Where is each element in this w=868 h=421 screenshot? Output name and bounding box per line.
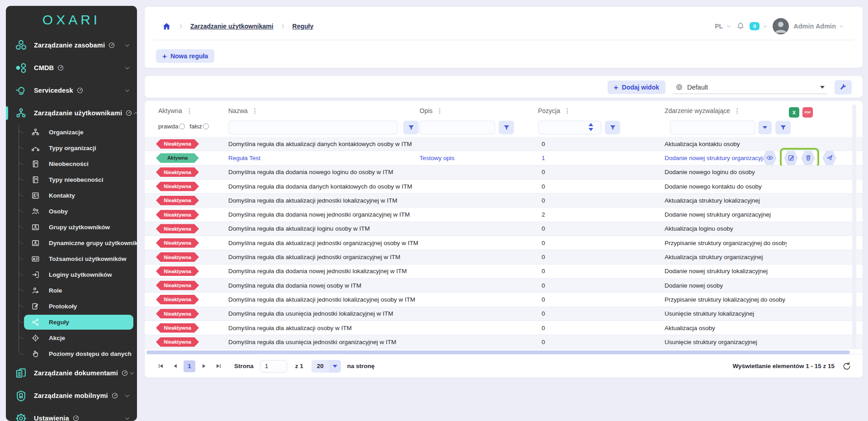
sidebar-item-cmdb[interactable]: CMDB: [6, 57, 137, 79]
table-row[interactable]: NieaktywnaDomyślna reguła dla dodania no…: [145, 279, 863, 293]
name-filter-button[interactable]: [403, 121, 419, 134]
sidebar-item-osoby[interactable]: Osoby: [6, 203, 137, 219]
name-cell[interactable]: Reguła Test: [228, 155, 420, 161]
column-menu-icon[interactable]: ⋮: [734, 107, 741, 114]
first-page-button[interactable]: [155, 360, 166, 372]
status-cell: Nieaktywna: [145, 337, 228, 347]
column-header-nazwa[interactable]: Nazwa⋮: [228, 107, 420, 114]
sidebar-item-organizacje[interactable]: Organizacje: [6, 124, 137, 140]
sidebar-item-kontakty[interactable]: Kontakty: [6, 188, 137, 203]
table-row[interactable]: NieaktywnaDomyślna reguła dla aktualizac…: [145, 222, 863, 236]
name-filter-input[interactable]: [228, 121, 398, 134]
notification-badge[interactable]: 0: [750, 22, 760, 30]
view-button[interactable]: [763, 151, 777, 165]
table-row[interactable]: NieaktywnaDomyślna reguła dla usunięcia …: [145, 307, 863, 321]
new-rule-button[interactable]: + Nowa reguła: [156, 49, 214, 63]
column-header-zdarzenie[interactable]: Zdarzenie wyzwalające⋮: [665, 107, 787, 114]
chevron-down-icon[interactable]: [124, 87, 131, 94]
table-row[interactable]: NieaktywnaDomyślna reguła dla dodania no…: [145, 208, 863, 222]
sidebar-item-nieobecności[interactable]: Nieobecności: [6, 156, 137, 172]
table-row[interactable]: NieaktywnaDomyślna reguła dla aktualizac…: [145, 293, 863, 307]
chevron-down-icon[interactable]: [124, 65, 131, 71]
chevron-down-icon[interactable]: [124, 42, 131, 49]
column-menu-icon[interactable]: ⋮: [437, 107, 443, 114]
sidebar-item-servicedesk[interactable]: Servicedesk: [6, 79, 137, 102]
chevron-down-icon[interactable]: [839, 24, 844, 29]
edit-button[interactable]: [784, 151, 798, 165]
previous-page-button[interactable]: [169, 360, 181, 372]
sidebar-item-typy-nieobecności[interactable]: Typy nieobecności: [6, 172, 137, 188]
bell-icon[interactable]: [736, 22, 745, 31]
table-row[interactable]: NieaktywnaDomyślna reguła dla dodania da…: [145, 180, 863, 194]
sidebar-item-tożsamości-użytkowników[interactable]: Tożsamości użytkowników: [6, 251, 137, 267]
per-page-select[interactable]: 20: [311, 360, 341, 373]
export-excel-icon[interactable]: X: [789, 107, 799, 118]
last-page-button[interactable]: [212, 360, 224, 372]
table-row[interactable]: NieaktywnaDomyślna reguła dla aktualizac…: [145, 236, 863, 250]
chevron-down-icon[interactable]: [820, 86, 825, 89]
breadcrumb-link-users[interactable]: Zarządzanie użytkownikami: [190, 23, 274, 30]
settings-wrench-button[interactable]: [835, 80, 852, 95]
sidebar-item-typy-organizacji[interactable]: Typy organizacji: [6, 140, 137, 156]
position-stepper[interactable]: [589, 123, 593, 131]
event-filter-input[interactable]: [670, 121, 755, 134]
chevron-down-icon[interactable]: [124, 415, 131, 421]
column-header-pozycja[interactable]: Pozycja⋮: [538, 107, 665, 114]
event-filter-dropdown[interactable]: [758, 121, 772, 134]
table-row[interactable]: NieaktywnaDomyślna reguła dla dodania no…: [145, 265, 863, 279]
desc-filter-button[interactable]: [499, 121, 514, 134]
column-header-aktywna[interactable]: Aktywna⋮: [145, 107, 228, 114]
table-row[interactable]: NieaktywnaDomyślna reguła dla aktualizac…: [145, 137, 863, 151]
vertical-scrollbar[interactable]: [852, 104, 856, 349]
table-row[interactable]: AktywnaReguła TestTestowy opis1Dodanie n…: [145, 151, 863, 165]
sidebar-item-ustawienia[interactable]: Ustawienia: [6, 407, 137, 421]
page-number-button[interactable]: 1: [184, 360, 195, 372]
position-filter-button[interactable]: [605, 121, 620, 134]
radio-false[interactable]: [203, 123, 209, 129]
table-row[interactable]: NieaktywnaDomyślna reguła dla aktualizac…: [145, 250, 863, 264]
language-selector[interactable]: PL: [715, 23, 723, 30]
sidebar-item-zarządzanie-zasobami[interactable]: Zarządzanie zasobami: [6, 34, 137, 57]
sidebar-item-dynamiczne-grupy-użytkowników[interactable]: Dynamiczne grupy użytkowników: [6, 235, 137, 251]
send-button[interactable]: [822, 151, 836, 165]
description-cell[interactable]: Testowy opis: [420, 155, 538, 161]
column-menu-icon[interactable]: ⋮: [186, 107, 193, 114]
user-name[interactable]: Admin Admin: [793, 23, 836, 30]
sidebar-item-zarządzanie-mobilnymi[interactable]: Zarządzanie mobilnymi: [6, 384, 137, 407]
view-selector[interactable]: Default: [674, 80, 827, 94]
table-row[interactable]: NieaktywnaDomyślna reguła dla aktualizac…: [145, 194, 863, 208]
sidebar-item-zarządzanie-dokumentami[interactable]: Zarządzanie dokumentami: [6, 362, 137, 384]
breadcrumb-link-rules[interactable]: Reguły: [292, 23, 314, 30]
table-row[interactable]: NieaktywnaDomyślna reguła dla aktualizac…: [145, 321, 863, 335]
refresh-icon[interactable]: [842, 361, 852, 371]
page-input[interactable]: [260, 360, 287, 373]
sidebar-item-protokoły[interactable]: Protokoły: [6, 298, 137, 314]
sidebar-item-loginy-użytkowników[interactable]: Loginy użytkowników: [6, 267, 137, 283]
chevron-down-icon[interactable]: [124, 393, 131, 399]
home-icon[interactable]: [162, 22, 171, 31]
avatar[interactable]: [773, 18, 789, 34]
next-page-button[interactable]: [198, 360, 210, 372]
chevron-down-icon[interactable]: [762, 24, 768, 29]
chevron-up-icon[interactable]: [132, 110, 137, 117]
sidebar-item-zarządzanie-użytkownikami[interactable]: Zarządzanie użytkownikami: [6, 102, 137, 124]
sidebar-item-grupy-użytkowników[interactable]: Grupy użytkowników: [6, 219, 137, 235]
table-row[interactable]: NieaktywnaDomyślna reguła dla dodania no…: [145, 166, 863, 180]
event-filter-button[interactable]: [775, 121, 791, 134]
add-view-button[interactable]: + Dodaj widok: [608, 80, 665, 94]
sidebar-item-akcje[interactable]: Akcje: [6, 330, 137, 346]
table-row[interactable]: NieaktywnaDomyślna reguła dla usunięcia …: [145, 335, 863, 349]
delete-button[interactable]: [801, 151, 815, 165]
column-header-opis[interactable]: Opis⋮: [420, 107, 538, 114]
horizontal-scrollbar[interactable]: [146, 350, 850, 354]
chevron-down-icon[interactable]: [128, 370, 135, 377]
radio-true[interactable]: [179, 123, 185, 129]
sidebar-item-role[interactable]: Role: [6, 283, 137, 298]
chevron-down-icon[interactable]: [726, 24, 731, 29]
sidebar-item-reguły[interactable]: Reguły: [6, 314, 137, 330]
desc-filter-input[interactable]: [420, 121, 495, 134]
export-pdf-icon[interactable]: PDF: [802, 107, 813, 118]
sidebar-item-poziomy-dostępu-do-danych[interactable]: Poziomy dostępu do danych: [6, 346, 137, 362]
column-menu-icon[interactable]: ⋮: [252, 107, 258, 114]
column-menu-icon[interactable]: ⋮: [564, 107, 571, 114]
